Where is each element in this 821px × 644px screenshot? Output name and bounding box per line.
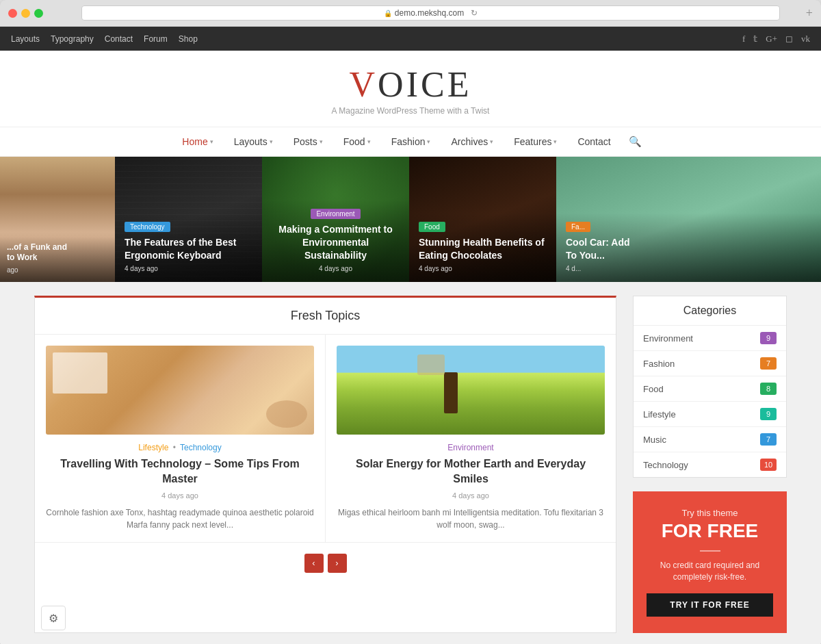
slide-2[interactable]: Technology The Features of the Best Ergo… [115,157,262,282]
nav-contact[interactable]: Contact [568,127,620,157]
article-1-title: Travelling With Technology – Some Tips F… [46,456,314,487]
url-text: demo.mekshq.com [395,8,464,18]
category-lifestyle-label: Lifestyle [643,409,676,420]
twitter-icon[interactable]: 𝕥 [753,34,757,44]
slide-4-date: 4 days ago [419,265,547,272]
category-lifestyle[interactable]: Lifestyle 9 [634,402,786,427]
site-tagline: A Magazine WordPress Theme with a Twist [0,106,821,116]
category-music-count: 7 [760,433,777,446]
article-2-categories: Environment [337,443,605,452]
category-technology[interactable]: Technology 10 [634,452,786,477]
slide-3-date: 4 days ago [272,265,400,272]
prev-page-button[interactable]: ‹ [304,554,324,573]
url-bar[interactable]: 🔒 demo.mekshq.com ↻ [81,5,780,21]
nav-home-arrow: ▾ [210,127,213,157]
category-technology-label: Technology [643,460,688,470]
article-2-date: 4 days ago [337,491,605,500]
main-content: Fresh Topics Lifestyle • Technology [34,296,616,633]
slide-5-date: 4 d... [566,265,811,272]
content-area: Fresh Topics Lifestyle • Technology [0,282,821,644]
article-1-categories: Lifestyle • Technology [46,443,314,452]
main-navigation: Home ▾ Layouts ▾ Posts ▾ Food ▾ Fashion … [0,127,821,157]
nav-posts-arrow: ▾ [320,127,323,157]
instagram-icon[interactable]: ◻ [785,34,793,44]
category-fashion[interactable]: Fashion 7 [634,351,786,376]
top-nav-contact[interactable]: Contact [105,34,133,44]
site-logo: VOICE [0,64,821,105]
promo-try-button[interactable]: TRY IT FOR FREE [647,593,773,617]
googleplus-icon[interactable]: G+ [766,34,777,44]
article-2-title: Solar Energy for Mother Earth and Everyd… [337,456,605,487]
logo-v: V [350,65,378,104]
article-2-excerpt: Migas ethical heirloom banh mi Intellige… [337,506,605,531]
promo-description: No credit card required and completely r… [647,560,773,583]
nav-features-arrow: ▾ [553,127,557,157]
slide-5-title: Cool Car: AddTo You... [566,236,811,262]
promo-widget: Try this theme FOR FREE No credit card r… [633,491,787,633]
nav-posts[interactable]: Posts ▾ [284,127,333,157]
promo-divider [700,550,720,552]
category-food[interactable]: Food 8 [634,376,786,402]
close-button[interactable] [8,9,17,18]
slide-1[interactable]: ...of a Funk andto Work ago [0,157,115,282]
category-fashion-label: Fashion [643,359,675,369]
article-1-image [46,346,314,435]
top-nav-forum[interactable]: Forum [144,34,168,44]
nav-fashion-arrow: ▾ [427,127,430,157]
slide-2-title: The Features of the Best Ergonomic Keybo… [125,236,252,262]
top-nav-shop[interactable]: Shop [179,34,198,44]
nav-home[interactable]: Home ▾ [172,127,222,157]
slide-1-title: ...of a Funk andto Work [7,242,108,263]
nav-archives[interactable]: Archives ▾ [441,127,503,157]
nav-archives-arrow: ▾ [490,127,493,157]
promo-big-text: FOR FREE [647,521,773,542]
categories-widget: Categories Environment 9 Fashion 7 Food … [633,296,787,478]
nav-layouts-arrow: ▾ [270,127,273,157]
category-food-count: 8 [760,383,777,395]
top-nav-layouts[interactable]: Layouts [11,34,40,44]
nav-layouts[interactable]: Layouts ▾ [224,127,283,157]
article-card-1[interactable]: Lifestyle • Technology Travelling With T… [35,335,326,542]
category-music[interactable]: Music 7 [634,427,786,452]
slide-5[interactable]: Fa... Cool Car: AddTo You... 4 d... [556,157,821,282]
slide-4-tag: Food [419,222,445,232]
new-tab-button[interactable]: + [806,6,813,21]
article-card-2[interactable]: Environment Solar Energy for Mother Eart… [326,335,616,542]
top-nav-typography[interactable]: Typography [51,34,94,44]
nav-fashion[interactable]: Fashion ▾ [382,127,441,157]
category-lifestyle-count: 9 [760,408,777,420]
nav-features[interactable]: Features ▾ [504,127,566,157]
category-music-label: Music [643,435,666,445]
article-2-image [337,346,605,435]
article-1-excerpt: Cornhole fashion axe Tonx, hashtag ready… [46,506,314,531]
fresh-topics-title: Fresh Topics [35,298,616,335]
category-environment[interactable]: Environment 9 [634,326,786,351]
pagination: ‹ › [35,542,616,584]
minimize-button[interactable] [21,9,30,18]
facebook-icon[interactable]: f [742,34,745,44]
reload-icon[interactable]: ↻ [471,8,478,18]
promo-small-text: Try this theme [647,508,773,518]
slide-1-date: ago [7,266,108,274]
categories-title: Categories [634,296,786,326]
slide-3[interactable]: Environment Making a Commitment to Envir… [262,157,409,282]
social-links: f 𝕥 G+ ◻ vk [742,34,810,44]
slide-4[interactable]: Food Stunning Health Benefits of Eating … [409,157,556,282]
slide-2-tag: Technology [125,222,170,232]
sidebar: Categories Environment 9 Fashion 7 Food … [633,296,787,633]
fullscreen-button[interactable] [34,9,43,18]
category-food-label: Food [643,384,664,394]
site-header: VOICE A Magazine WordPress Theme with a … [0,51,821,127]
vk-icon[interactable]: vk [801,34,810,44]
search-button[interactable]: 🔍 [622,136,649,148]
settings-gear-button[interactable]: ⚙ [41,606,66,630]
nav-food[interactable]: Food ▾ [334,127,380,157]
traffic-lights [8,9,43,18]
top-navigation-bar: Layouts Typography Contact Forum Shop f … [0,27,821,51]
next-page-button[interactable]: › [328,554,347,573]
category-environment-count: 9 [760,332,777,344]
lock-icon: 🔒 [384,10,392,17]
category-environment-label: Environment [643,333,693,344]
category-technology-count: 10 [760,459,777,471]
gear-icon: ⚙ [49,612,58,625]
